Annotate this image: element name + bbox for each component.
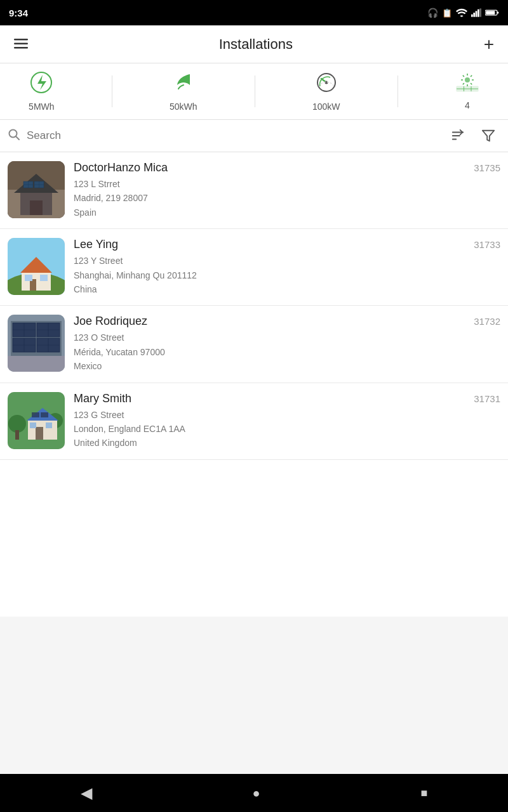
svg-rect-2 xyxy=(476,11,478,16)
app-bar: Installations + xyxy=(0,25,508,63)
item-id: 31732 xyxy=(474,316,500,327)
bottom-nav: ◀ ● ■ xyxy=(0,774,508,812)
search-input[interactable] xyxy=(27,129,439,142)
status-time: 9:34 xyxy=(9,8,28,18)
page-title: Installations xyxy=(219,36,293,53)
item-name: DoctorHanzo Mica xyxy=(74,161,168,174)
address-line2: Mérida, Yucatan 97000 xyxy=(74,347,165,357)
address-line3: United Kingdom xyxy=(74,438,137,448)
power-value: 100kW xyxy=(312,102,340,112)
address-line2: Shanghai, Minhang Qu 201112 xyxy=(74,270,197,280)
gauge-icon xyxy=(315,71,338,98)
item-content: Joe Rodriquez 31732 123 O Street Mérida,… xyxy=(74,315,500,373)
item-thumbnail xyxy=(8,161,65,218)
item-thumbnail xyxy=(8,392,65,449)
status-bar: 9:34 🎧 📋 xyxy=(0,0,508,25)
address-line3: Spain xyxy=(74,207,97,218)
item-thumbnail xyxy=(8,315,65,372)
sort-button[interactable] xyxy=(446,126,470,145)
back-button[interactable]: ◀ xyxy=(62,778,111,808)
svg-line-22 xyxy=(463,83,464,84)
battery-icon xyxy=(485,9,499,16)
svg-line-21 xyxy=(471,75,472,77)
panels-stat-item: 4 xyxy=(455,72,479,110)
menu-button[interactable] xyxy=(10,32,32,56)
svg-rect-7 xyxy=(497,11,498,13)
item-address: 123 L Strret Madrid, 219 28007 Spain xyxy=(74,177,500,219)
list-item[interactable]: Lee Ying 31733 123 Y Street Shanghai, Mi… xyxy=(0,229,508,306)
list-item[interactable]: DoctorHanzo Mica 31735 123 L Strret Madr… xyxy=(0,152,508,229)
hamburger-icon xyxy=(14,36,28,53)
svg-rect-0 xyxy=(471,15,473,17)
svg-line-28 xyxy=(16,136,19,140)
divider-3 xyxy=(398,75,398,107)
sd-icon: 📋 xyxy=(442,8,452,18)
item-name: Lee Ying xyxy=(74,238,118,251)
home-icon: ● xyxy=(253,786,260,801)
list-item[interactable]: Mary Smith 31731 123 G Street London, En… xyxy=(0,383,508,460)
svg-rect-6 xyxy=(486,11,495,15)
svg-rect-43 xyxy=(30,200,43,215)
wifi-icon xyxy=(456,8,467,17)
address-line2: Madrid, 219 28007 xyxy=(74,193,148,203)
item-address: 123 O Street Mérida, Yucatan 97000 Mexic… xyxy=(74,331,500,373)
svg-rect-9 xyxy=(14,43,28,44)
svg-rect-10 xyxy=(14,47,28,49)
svg-line-19 xyxy=(463,75,464,77)
item-content: Lee Ying 31733 123 Y Street Shanghai, Mi… xyxy=(74,238,500,296)
address-line3: China xyxy=(74,284,97,294)
svg-rect-50 xyxy=(40,275,48,281)
item-name: Mary Smith xyxy=(74,392,131,405)
item-id: 31735 xyxy=(474,162,500,173)
search-bar xyxy=(0,120,508,152)
item-id: 31731 xyxy=(474,393,500,404)
address-line3: Mexico xyxy=(74,361,102,371)
recents-button[interactable]: ■ xyxy=(402,780,447,806)
leaf-stat-item: 50kWh xyxy=(170,71,197,112)
divider-1 xyxy=(112,75,112,107)
item-content: DoctorHanzo Mica 31735 123 L Strret Madr… xyxy=(74,161,500,219)
panels-value: 4 xyxy=(465,100,470,110)
item-thumbnail xyxy=(8,238,65,295)
add-button[interactable]: + xyxy=(480,30,498,58)
svg-rect-77 xyxy=(41,412,48,417)
item-address: 123 Y Street Shanghai, Minhang Qu 201112… xyxy=(74,254,500,296)
lightning-icon xyxy=(30,71,53,98)
svg-point-67 xyxy=(8,415,26,433)
search-icon xyxy=(8,128,20,144)
svg-rect-4 xyxy=(479,8,481,16)
svg-rect-3 xyxy=(478,10,479,17)
back-icon: ◀ xyxy=(81,784,92,802)
address-line1: 123 O Street xyxy=(74,332,124,343)
signal-icon xyxy=(471,8,481,17)
svg-rect-74 xyxy=(30,422,36,428)
solar-panel-icon xyxy=(455,72,479,96)
address-line2: London, England EC1A 1AA xyxy=(74,424,185,434)
list-item[interactable]: Joe Rodriquez 31732 123 O Street Mérida,… xyxy=(0,306,508,383)
svg-rect-49 xyxy=(25,275,32,281)
item-id: 31733 xyxy=(474,239,500,250)
filter-button[interactable] xyxy=(476,126,500,145)
divider-2 xyxy=(255,75,255,107)
headset-icon: 🎧 xyxy=(427,8,438,18)
content-spacer xyxy=(0,617,508,774)
svg-rect-75 xyxy=(46,422,52,428)
energy-stat-item: 5MWh xyxy=(29,71,54,112)
svg-line-20 xyxy=(471,83,472,84)
energy-value: 5MWh xyxy=(29,102,54,112)
address-line1: 123 L Strret xyxy=(74,179,120,189)
svg-rect-73 xyxy=(36,427,43,440)
leaf-icon xyxy=(172,71,195,98)
stats-bar: 5MWh 50kWh 100kW xyxy=(0,63,508,120)
address-line1: 123 G Street xyxy=(74,410,124,420)
item-address: 123 G Street London, England EC1A 1AA Un… xyxy=(74,408,500,450)
address-line1: 123 Y Street xyxy=(74,256,123,266)
svg-marker-32 xyxy=(483,131,494,141)
recents-icon: ■ xyxy=(421,787,428,800)
item-name: Joe Rodriquez xyxy=(74,315,147,328)
svg-rect-1 xyxy=(473,13,475,17)
installation-list: DoctorHanzo Mica 31735 123 L Strret Madr… xyxy=(0,152,508,617)
item-content: Mary Smith 31731 123 G Street London, En… xyxy=(74,392,500,450)
home-button[interactable]: ● xyxy=(234,780,279,807)
svg-rect-8 xyxy=(14,39,28,41)
